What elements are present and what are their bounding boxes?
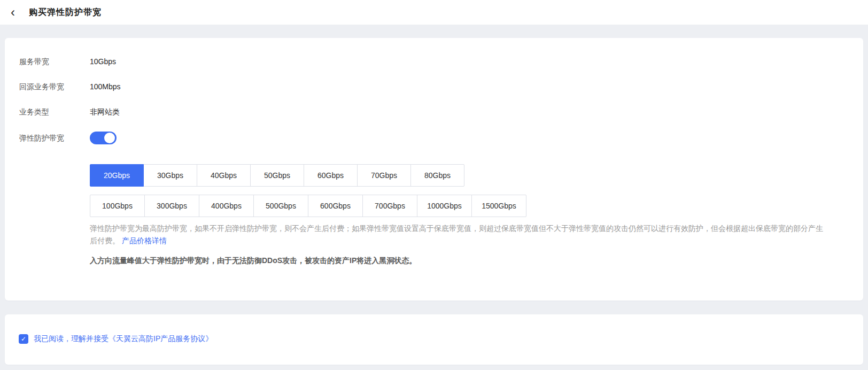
option-20gbps[interactable]: 20Gbps [90,164,144,187]
blackhole-warning-text: 入方向流量峰值大于弹性防护带宽时，由于无法防御DDoS攻击，被攻击的资产IP将进… [90,255,849,266]
field-business-type: 业务类型 非网站类 [19,106,849,118]
field-elastic-bandwidth: 弹性防护带宽 20Gbps 30Gbps 40Gbps 50Gbps 60Gbp… [19,132,849,266]
elastic-bandwidth-toggle[interactable] [90,132,117,144]
toggle-thumb-icon [104,133,115,143]
description-text: 弹性防护带宽为最高防护带宽，如果不开启弹性防护带宽，则不会产生后付费；如果弹性带… [90,224,823,245]
bandwidth-options-row1: 20Gbps 30Gbps 40Gbps 50Gbps 60Gbps 70Gbp… [90,164,849,187]
option-500gbps[interactable]: 500Gbps [253,195,308,217]
option-600gbps[interactable]: 600Gbps [308,195,363,217]
option-70gbps[interactable]: 70Gbps [357,164,411,187]
field-label: 服务带宽 [19,56,90,67]
option-50gbps[interactable]: 50Gbps [250,164,304,187]
field-label: 业务类型 [19,106,90,118]
option-60gbps[interactable]: 60Gbps [304,164,358,187]
agreement-prefix: 我已阅读，理解并接受 [34,334,108,343]
field-label: 回源业务带宽 [19,81,90,92]
back-icon[interactable]: ‹ [6,6,19,19]
agreement-row: ✓ 我已阅读，理解并接受《天翼云高防IP产品服务协议》 [19,334,849,344]
page-title: 购买弹性防护带宽 [29,7,102,18]
field-value: 100Mbps [90,81,121,92]
product-price-link[interactable]: 产品价格详情 [122,236,167,245]
agreement-card: ✓ 我已阅读，理解并接受《天翼云高防IP产品服务协议》 [5,314,863,365]
option-40gbps[interactable]: 40Gbps [197,164,251,187]
option-1500gbps[interactable]: 1500Gbps [471,195,526,217]
option-30gbps[interactable]: 30Gbps [143,164,197,187]
option-400gbps[interactable]: 400Gbps [199,195,254,217]
field-service-bandwidth: 服务带宽 10Gbps [19,56,849,67]
agreement-text: 我已阅读，理解并接受《天翼云高防IP产品服务协议》 [34,334,213,344]
option-700gbps[interactable]: 700Gbps [362,195,417,217]
field-value: 10Gbps [90,56,116,67]
agreement-checkbox[interactable]: ✓ [19,334,28,344]
field-origin-bandwidth: 回源业务带宽 100Mbps [19,81,849,92]
field-value: 非网站类 [90,106,120,118]
elastic-bandwidth-description: 弹性防护带宽为最高防护带宽，如果不开启弹性防护带宽，则不会产生后付费；如果弹性带… [90,222,826,247]
purchase-form-card: 服务带宽 10Gbps 回源业务带宽 100Mbps 业务类型 非网站类 弹性防… [5,38,863,300]
option-80gbps[interactable]: 80Gbps [410,164,464,187]
option-1000gbps[interactable]: 1000Gbps [417,195,472,217]
option-100gbps[interactable]: 100Gbps [90,195,145,217]
agreement-link[interactable]: 《天翼云高防IP产品服务协议》 [108,334,213,343]
option-300gbps[interactable]: 300Gbps [144,195,199,217]
page-header: ‹ 购买弹性防护带宽 [0,0,868,25]
bandwidth-options-row2: 100Gbps 300Gbps 400Gbps 500Gbps 600Gbps … [90,195,849,217]
field-label: 弹性防护带宽 [19,132,90,144]
